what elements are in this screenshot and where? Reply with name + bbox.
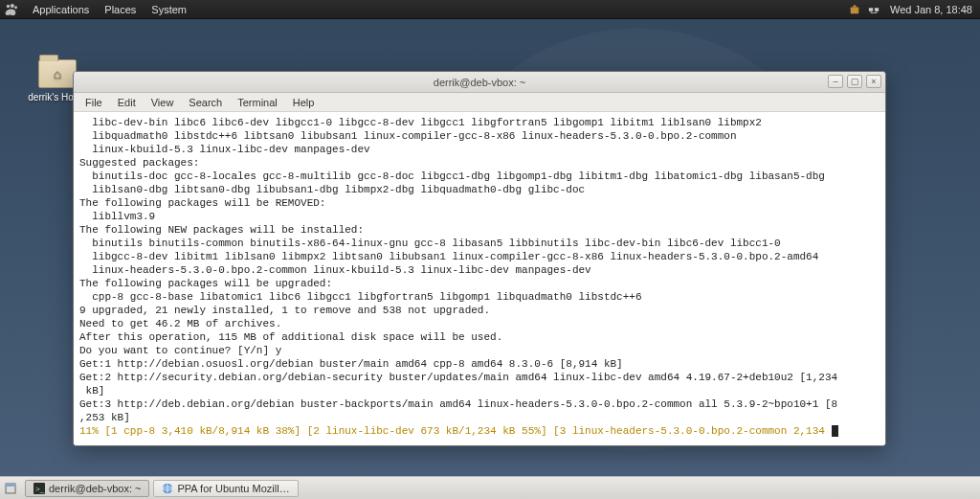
- task-browser[interactable]: PPA for Ubuntu Mozill…: [153, 480, 298, 497]
- menu-places[interactable]: Places: [97, 4, 144, 15]
- task-browser-label: PPA for Ubuntu Mozill…: [177, 483, 289, 494]
- terminal-icon: >_: [33, 483, 45, 494]
- show-desktop-button[interactable]: [4, 482, 17, 495]
- menu-system[interactable]: System: [144, 4, 194, 15]
- svg-text:>_: >_: [35, 485, 45, 493]
- window-title: derrik@deb-vbox: ~: [434, 77, 525, 88]
- menu-applications[interactable]: Applications: [25, 4, 97, 15]
- network-icon[interactable]: [867, 3, 880, 16]
- window-maximize-button[interactable]: ▢: [847, 75, 862, 88]
- window-minimize-button[interactable]: –: [828, 75, 843, 88]
- terminal-menubar: File Edit View Search Terminal Help: [74, 93, 885, 112]
- clock[interactable]: Wed Jan 8, 18:48: [886, 4, 972, 15]
- menu-view[interactable]: View: [144, 97, 182, 108]
- folder-icon: ⌂: [38, 59, 77, 88]
- task-terminal-label: derrik@deb-vbox: ~: [49, 483, 141, 494]
- window-close-button[interactable]: ×: [866, 75, 881, 88]
- svg-rect-4: [6, 484, 15, 487]
- system-tray: Wed Jan 8, 18:48: [848, 3, 976, 16]
- menu-search[interactable]: Search: [181, 97, 230, 108]
- menu-help[interactable]: Help: [285, 97, 323, 108]
- menu-edit[interactable]: Edit: [110, 97, 144, 108]
- menu-terminal[interactable]: Terminal: [230, 97, 285, 108]
- top-panel: Applications Places System Wed Jan 8, 18…: [0, 0, 980, 19]
- terminal-viewport[interactable]: libc-dev-bin libc6 libc6-dev libgcc1-0 l…: [74, 112, 885, 445]
- svg-rect-0: [851, 7, 859, 13]
- gnome-foot-icon: [4, 2, 19, 17]
- terminal-window: derrik@deb-vbox: ~ – ▢ × File Edit View …: [73, 71, 886, 446]
- svg-rect-1: [869, 8, 873, 11]
- task-terminal[interactable]: >_ derrik@deb-vbox: ~: [25, 480, 149, 497]
- svg-rect-2: [875, 8, 879, 11]
- menu-file[interactable]: File: [78, 97, 110, 108]
- updates-icon[interactable]: [848, 3, 861, 16]
- window-titlebar[interactable]: derrik@deb-vbox: ~ – ▢ ×: [74, 72, 885, 93]
- web-icon: [162, 483, 173, 494]
- bottom-taskbar: >_ derrik@deb-vbox: ~ PPA for Ubuntu Moz…: [0, 476, 980, 499]
